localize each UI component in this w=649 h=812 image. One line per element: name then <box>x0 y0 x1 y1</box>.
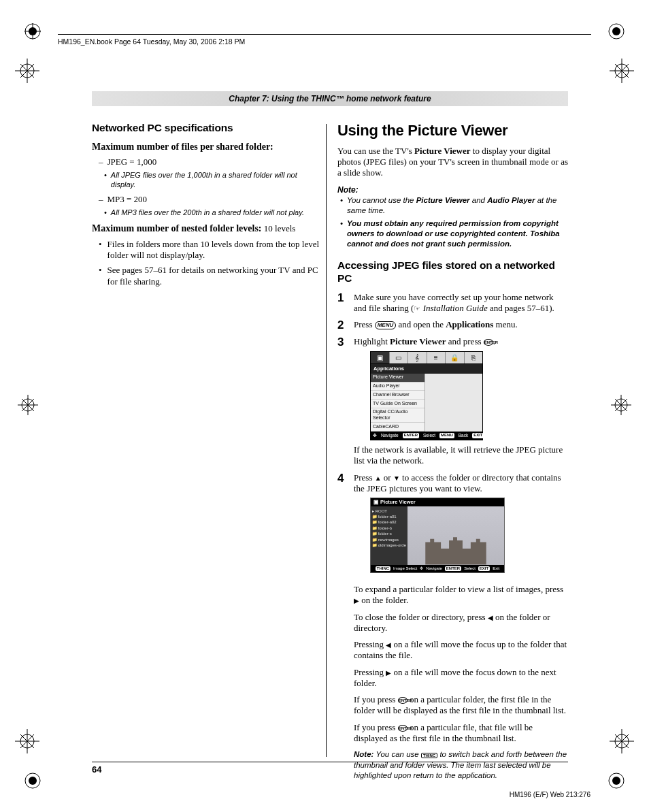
svg-point-3 <box>612 27 620 35</box>
crosshair-icon <box>18 395 38 415</box>
step-4: 4 Press ▲ or ▼ to access the folder or d… <box>337 472 568 579</box>
tab-icon: ⎘ <box>465 352 483 363</box>
footer-meta: HM196 (E/F) Web 213:276 <box>510 791 590 798</box>
paragraph: If you press ENTER on a particular file,… <box>354 722 568 745</box>
thinc-button-icon: THINC <box>421 753 437 758</box>
crosshair-icon <box>610 59 634 83</box>
menu-item: Channel Browser <box>371 391 425 400</box>
menu-item: Picture Viewer <box>371 374 425 383</box>
step-3: 3 Highlight Picture Viewer and press ENT… <box>337 336 568 467</box>
section-heading: Networked PC specifications <box>92 121 322 134</box>
left-column: Networked PC specifications Maximum numb… <box>92 121 322 781</box>
note-label: Note: <box>337 185 568 195</box>
crosshair-icon <box>611 395 631 415</box>
enter-button-icon: ENTER <box>398 725 407 732</box>
footer-rule <box>92 762 568 762</box>
hand-icon: ☞ <box>414 304 420 312</box>
up-arrow-icon: ▲ <box>375 474 382 482</box>
picture-viewer-screenshot: ▣ Picture Viewer ▸ ROOT 📁 folder-a01 📁 f… <box>370 498 505 573</box>
menu-header: Applications <box>371 364 482 373</box>
paragraph: If you press ENTER on a particular folde… <box>354 694 568 717</box>
tab-icon: ≡ <box>427 352 446 363</box>
menu-button-icon: MENU <box>375 321 397 329</box>
menu-footer: ✥Navigate ENTERSelect MENUBack EXITExit <box>371 432 482 440</box>
list-item: See pages 57–61 for details on networkin… <box>107 265 322 287</box>
enter-button-icon: ENTER <box>398 697 407 704</box>
pv-footer: THINCImage Select ✥Navigate ENTERSelect … <box>371 565 504 573</box>
sub-heading: Maximum number of files per shared folde… <box>92 141 322 153</box>
svg-point-11 <box>29 777 37 785</box>
paragraph: To expand a particular folder to view a … <box>354 584 568 606</box>
note-text: All JPEG files over the 1,000th in a sha… <box>111 170 322 190</box>
note-paragraph: Note: You can use THINC to switch back a… <box>354 749 568 781</box>
page-number: 64 <box>92 764 101 775</box>
svg-point-13 <box>612 777 620 785</box>
list: –JPEG = 1,000 <box>92 157 322 167</box>
regmark-icon <box>24 23 41 39</box>
section-heading: Accessing JPEG files stored on a network… <box>337 259 568 285</box>
regmark-icon <box>24 773 41 789</box>
paragraph: Pressing ▶ on a file will move the focus… <box>354 667 568 689</box>
tab-icon: ▣ <box>371 352 390 363</box>
step-2: 2 Press MENU and open the Applications m… <box>337 319 568 331</box>
note-text: All MP3 files over the 200th in a shared… <box>111 208 304 217</box>
menu-item: CableCARD <box>371 423 425 432</box>
applications-menu-screenshot: ▣ ▭ 𝄞 ≡ 🔒 ⎘ Applications Picture Viewer … <box>370 351 483 440</box>
sub-heading: Maximum number of nested folder levels: <box>92 223 262 233</box>
tab-icon: 𝄞 <box>408 352 427 363</box>
preview-image <box>407 506 504 565</box>
chapter-title: Chapter 7: Using the THINC™ home network… <box>92 91 568 106</box>
menu-item: Digital CC/Audio Selector <box>371 408 425 423</box>
note-list: •You cannot use the Picture Viewer and A… <box>337 195 568 249</box>
menu-item: TV Guide On Screen <box>371 400 425 408</box>
page: HM196_EN.book Page 64 Tuesday, May 30, 2… <box>0 0 649 812</box>
paragraph: To close the folder or directory, press … <box>354 612 568 634</box>
content: Networked PC specifications Maximum numb… <box>92 121 568 781</box>
regmark-icon <box>608 773 625 789</box>
header-meta: HM196_EN.book Page 64 Tuesday, May 30, 2… <box>58 34 591 46</box>
paragraph: If the network is available, it will ret… <box>354 444 568 467</box>
tab-icon: ▭ <box>390 352 409 363</box>
section-title: Using the Picture Viewer <box>337 121 568 140</box>
folder-tree: ▸ ROOT 📁 folder-a01 📁 folder-a02 📁 folde… <box>371 506 407 565</box>
crosshair-icon <box>610 729 634 753</box>
down-arrow-icon: ▼ <box>393 474 400 482</box>
paragraph: You can use the TV's Picture Viewer to d… <box>337 146 568 179</box>
menu-item: Audio Player <box>371 383 425 391</box>
crosshair-icon <box>15 729 39 753</box>
tab-icon: 🔒 <box>446 352 465 363</box>
list-item: Files in folders more than 10 levels dow… <box>107 239 322 261</box>
paragraph: Pressing ◀ on a file will move the focus… <box>354 639 568 662</box>
right-column: Using the Picture Viewer You can use the… <box>337 121 568 781</box>
regmark-icon <box>608 23 625 39</box>
right-arrow-icon: ▶ <box>354 597 359 604</box>
value: 10 levels <box>264 223 296 233</box>
crosshair-icon <box>15 59 39 83</box>
left-arrow-icon: ◀ <box>488 614 493 621</box>
list-item: MP3 = 200 <box>107 194 148 205</box>
step-1: 1 Make sure you have correctly set up yo… <box>337 292 568 314</box>
enter-button-icon: ENTER <box>484 339 493 346</box>
list-item: JPEG = 1,000 <box>107 157 157 167</box>
